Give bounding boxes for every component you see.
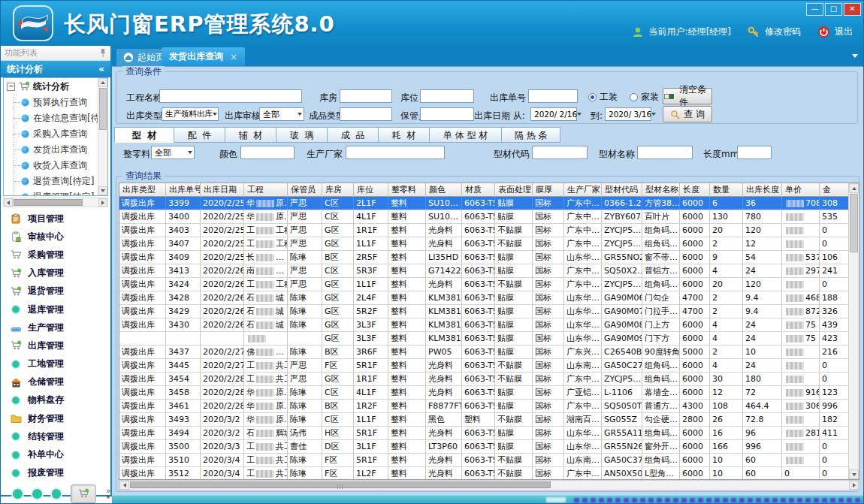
sidebar-menu-item[interactable]: 退货管理	[2, 282, 109, 300]
table-row[interactable]: 调拨出库34932020/3/2华原…陈琳C区1L1F整料黑色塑料不贴膜国标湖南…	[119, 413, 850, 427]
material-tab[interactable]: 辅 材	[225, 127, 276, 143]
column-header[interactable]: 单价	[782, 183, 820, 197]
sidebar-menu-item[interactable]: 退库管理	[2, 300, 109, 318]
table-row[interactable]: 调拨出库34542020/2/28工共工程严思G区1R1F整料光身料6063-T…	[119, 373, 850, 386]
table-row[interactable]: 调拨出库34582020/2/28华原…陈琳C区4L1F整料光身料6063-T5…	[119, 386, 850, 400]
sidebar-menu-item[interactable]: 工地管理	[2, 355, 109, 373]
table-row[interactable]: 调拨出库35002020/3/3工共工程曹佳D区3L1F整料LT3P606063…	[119, 440, 850, 454]
tree-expander-icon[interactable]: −	[7, 83, 15, 91]
column-header[interactable]: 库位	[354, 183, 388, 197]
material-tab[interactable]: 型 材	[114, 127, 174, 143]
material-tab[interactable]: 隔 热 条	[502, 127, 560, 143]
scrollbar-thumb[interactable]	[130, 481, 551, 488]
scroll-up-icon[interactable]	[98, 78, 107, 87]
sidebar-menu-item[interactable]: 物料盘存	[2, 391, 109, 409]
column-header[interactable]: 表面处理	[495, 183, 533, 197]
minimize-button[interactable]: —	[806, 3, 823, 16]
scrollbar-thumb[interactable]	[99, 88, 107, 130]
column-header[interactable]: 出库长度	[743, 183, 782, 197]
profile-name-input[interactable]	[637, 146, 693, 159]
table-row[interactable]: 调拨出库34002020/2/25华原…严思C区4L1F整料SU10…6063-…	[119, 210, 850, 224]
table-row[interactable]: 调拨出库34072020/2/25工工程严思G区1L1F整料光身料6063-T5…	[119, 237, 850, 251]
column-header[interactable]: 膜厚	[533, 183, 564, 197]
column-header[interactable]: 整零料	[388, 183, 426, 197]
whole-part-select[interactable]: 全部	[151, 146, 195, 159]
change-password-link[interactable]: 修改密码	[765, 26, 801, 38]
column-header[interactable]: 长度	[680, 183, 710, 197]
length-input[interactable]	[737, 146, 772, 159]
table-row[interactable]: 调拨出库34612020/2/28华原…陈琳B区1R2F整料F8877FT606…	[119, 400, 850, 413]
pin-icon[interactable]	[99, 47, 107, 59]
collapse-icon[interactable]: «	[98, 61, 104, 77]
column-header[interactable]: 金	[820, 183, 850, 197]
sidebar-menu-item[interactable]: 补单中心	[2, 445, 109, 463]
table-row[interactable]: 调拨出库34032020/2/25工工程严思G区1R1F整料光身料6063-T5…	[119, 224, 850, 237]
sidebar-menu-item[interactable]: 采购管理	[2, 246, 109, 264]
table-row[interactable]: 调拨出库34942020/3/2石辉城汤伟H区5R1F整料光身料6063-T5贴…	[119, 427, 850, 440]
close-button[interactable]: ✕	[844, 3, 861, 16]
scrollbar-thumb[interactable]	[850, 194, 858, 252]
search-button[interactable]: 查 询	[663, 106, 712, 122]
tree-item[interactable]: 退货查询[待定]	[4, 174, 107, 189]
table-row[interactable]: 调拨出库34292020/2/26石城陈琳G区5R2F整料KLM38176063…	[119, 305, 850, 318]
tab-list-caret-icon[interactable]	[852, 54, 858, 58]
tree-item[interactable]: 预算执行查询	[4, 95, 107, 110]
close-tab-icon[interactable]: ×	[230, 52, 237, 62]
sidebar-menu-item[interactable]: 财务管理	[2, 409, 109, 427]
column-header[interactable]: 生产厂家	[564, 183, 602, 197]
column-header[interactable]: 型材名称	[642, 183, 680, 197]
sidebar-menu-item[interactable]: 生产管理	[2, 318, 109, 337]
audit-select[interactable]: 全部	[259, 107, 304, 121]
stats-section-band[interactable]: 统计分析 «	[1, 61, 110, 77]
scroll-left-icon[interactable]	[119, 481, 129, 490]
radio-家装[interactable]: 家装	[630, 91, 659, 104]
table-row[interactable]: 调拨出库34242020/2/26工工程严思G区1L1F整料光身料6063-T5…	[119, 278, 850, 291]
column-header[interactable]: 型材代码	[602, 183, 642, 197]
grid-vertical-scrollbar[interactable]	[848, 183, 859, 479]
material-tab[interactable]: 成 品	[328, 127, 379, 143]
column-header[interactable]: 数量	[710, 183, 743, 197]
keeper-input[interactable]	[420, 107, 474, 121]
module-dot-icon[interactable]	[13, 489, 23, 499]
scroll-down-icon[interactable]	[849, 469, 859, 479]
column-header[interactable]: 出库日期	[201, 183, 244, 197]
tree-vertical-scrollbar[interactable]	[98, 78, 107, 195]
date-to-select[interactable]: 2020/ 3/16	[605, 107, 651, 121]
clear-conditions-button[interactable]: 清空条件	[663, 88, 712, 104]
warehouse-input[interactable]	[340, 89, 392, 103]
table-row[interactable]: 调拨出库33992020/2/25华原…严思C区2L1F整料SU10…6063-…	[119, 197, 850, 210]
table-row[interactable]: 调拨出库34132020/2/26南…严思C区5R3F整料G714226063-…	[119, 264, 850, 278]
tree-item[interactable]: 在途信息查询[待	[4, 110, 107, 126]
table-row[interactable]: 调拨出库34302020/2/26石城陈琳G区3L3F整料KLM38176063…	[119, 318, 850, 332]
tree-horizontal-scrollbar[interactable]	[3, 198, 108, 207]
toolbar-overflow-icon[interactable]: »	[106, 488, 110, 499]
date-from-select[interactable]: 2020/ 2/16	[530, 107, 577, 121]
tree-item[interactable]: 采购入库查询	[4, 126, 107, 142]
table-row[interactable]: 调拨出库34372020/2/27佛…陈琳B区3R6F整料PW056063-T5…	[119, 346, 850, 359]
scroll-left-icon[interactable]	[4, 198, 13, 207]
table-row[interactable]: G区3L3F整料KLM38176063-T5贴膜国标山东华…GA90M09.门下…	[119, 332, 850, 346]
column-header[interactable]: 出库类型	[119, 183, 166, 197]
out-type-select[interactable]: 生产领料出库	[162, 107, 219, 121]
order-no-input[interactable]	[528, 89, 578, 103]
cart-toolbar-button[interactable]	[71, 484, 96, 503]
project-input[interactable]	[159, 89, 302, 103]
maximize-button[interactable]: □	[825, 3, 842, 16]
scroll-up-icon[interactable]	[849, 183, 859, 193]
column-header[interactable]: 材质	[462, 183, 495, 197]
table-row[interactable]: 调拨出库34452020/2/27工共工程严思F区5R1F整料光身料6063-T…	[119, 359, 850, 373]
scroll-right-icon[interactable]	[849, 481, 859, 490]
scroll-down-icon[interactable]	[98, 186, 107, 195]
sidebar-menu-item[interactable]: 结转管理	[2, 427, 109, 445]
column-header[interactable]: 工程	[244, 183, 288, 197]
material-tab[interactable]: 配 件	[174, 127, 225, 143]
table-row[interactable]: 调拨出库35122020/3/4工共工程陈琳F区1L2F整料光身料6063-T5…	[119, 467, 850, 480]
module-dot-icon[interactable]	[52, 489, 62, 499]
table-row[interactable]: 调拨出库34282020/2/26石城陈琳G区2L4F整料KLM38176063…	[119, 291, 850, 305]
location-input[interactable]	[420, 89, 474, 103]
table-row[interactable]: 调拨出库34092020/2/25长…陈琳B区2R5F整料LI35HD6063-…	[119, 251, 850, 264]
tree-item[interactable]: 发货出库查询	[4, 142, 107, 158]
column-header[interactable]: 库房	[322, 183, 354, 197]
sidebar-menu-item[interactable]: 项目管理	[2, 210, 109, 228]
product-type-input[interactable]	[340, 107, 392, 121]
